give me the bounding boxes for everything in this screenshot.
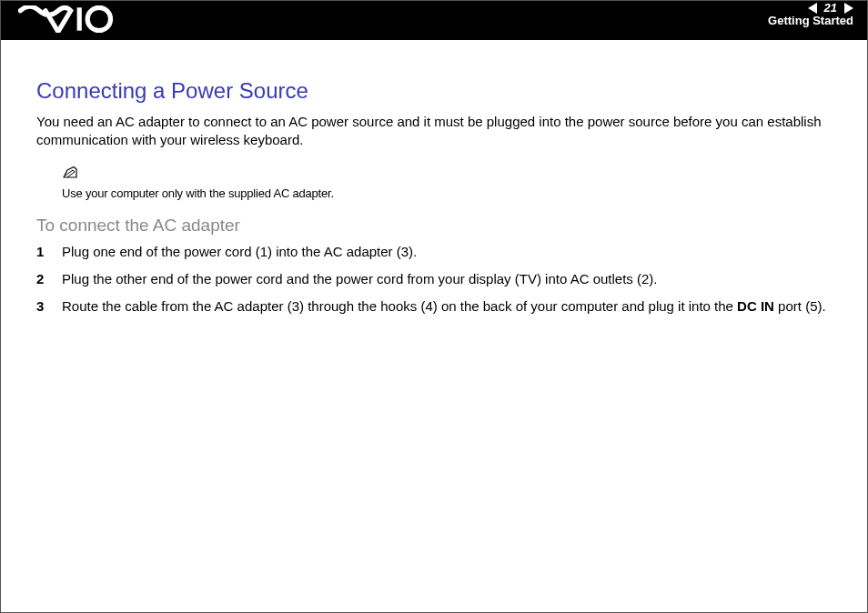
header-nav: 21 Getting Started xyxy=(768,2,853,28)
next-page-arrow-icon[interactable] xyxy=(841,3,853,14)
step-text: Plug one end of the power cord (1) into … xyxy=(62,244,417,259)
header-bar: 21 Getting Started xyxy=(0,0,868,40)
sub-heading: To connect the AC adapter xyxy=(36,216,832,236)
page-heading: Connecting a Power Source xyxy=(36,78,832,104)
vaio-logo xyxy=(18,5,127,33)
page-number: 21 xyxy=(824,2,837,15)
step-text-part: port (5). xyxy=(774,298,826,314)
svg-marker-2 xyxy=(808,3,817,14)
step-text-part: Route the cable from the AC adapter (3) … xyxy=(62,298,737,314)
note-text: Use your computer only with the supplied… xyxy=(62,186,334,200)
note-block: Use your computer only with the supplied… xyxy=(62,166,832,201)
step-text-bold: DC IN xyxy=(737,298,774,314)
step-text: Plug the other end of the power cord and… xyxy=(62,271,658,286)
step-item: Plug the other end of the power cord and… xyxy=(36,270,832,288)
svg-marker-3 xyxy=(844,3,853,14)
svg-rect-0 xyxy=(77,7,82,30)
page-content: Connecting a Power Source You need an AC… xyxy=(0,40,868,316)
intro-paragraph: You need an AC adapter to connect to an … xyxy=(36,113,832,150)
note-icon xyxy=(62,166,832,183)
steps-list: Plug one end of the power cord (1) into … xyxy=(36,243,832,317)
svg-point-1 xyxy=(87,7,110,30)
step-item: Route the cable from the AC adapter (3) … xyxy=(36,297,832,316)
prev-page-arrow-icon[interactable] xyxy=(808,3,821,14)
step-item: Plug one end of the power cord (1) into … xyxy=(36,243,832,261)
header-section-title: Getting Started xyxy=(768,15,853,27)
